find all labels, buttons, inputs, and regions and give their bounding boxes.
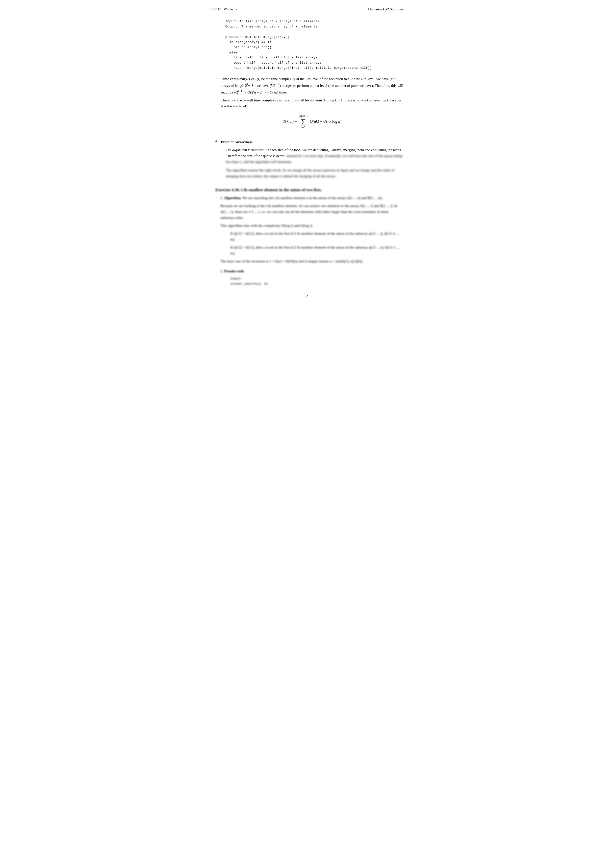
dash-symbol: – bbox=[221, 147, 226, 165]
blurred-subsection-correct: The algorithm returns the right result. … bbox=[226, 167, 404, 179]
section-3-paragraph-1: Time complexity. Let T(i) be the time co… bbox=[221, 75, 404, 95]
blurred-exercise-section: Exercise 4.30. i-th smallest element in … bbox=[210, 188, 404, 287]
blurred-subsection-2: 2. Pseudo-code. bbox=[220, 268, 404, 274]
exercise-heading: Exercise 4.30. i-th smallest element in … bbox=[215, 188, 404, 192]
blurred-paragraph-4: If a[i/2] < b[i/2], then a is not in the… bbox=[230, 231, 404, 242]
header-left: CSE 101 Winter 12 bbox=[210, 8, 238, 11]
section-3-paragraph-2: Therefore, the overall time complexity i… bbox=[221, 97, 404, 109]
section-3: 3. Time complexity. Let T(i) be the time… bbox=[210, 75, 404, 134]
blurred-paragraph-5: If a[i/2] > b[i/2], then a is not in the… bbox=[230, 244, 404, 256]
section-4: 4. Proof of correctness. – The algorithm… bbox=[210, 139, 404, 181]
sigma-symbol: ∑ bbox=[301, 118, 306, 125]
section-3-label: Time complexity. bbox=[221, 77, 248, 81]
page-header: CSE 101 Winter 12 Homework #2 Solutions bbox=[210, 8, 404, 13]
sum-symbol: log k−1 ∑ i=0 bbox=[299, 113, 308, 130]
blurred-paragraph-2: Because we are looking at the i-th small… bbox=[220, 203, 404, 221]
terminates-title: The algorithm terminates. bbox=[226, 148, 264, 152]
sum-lower-limit: i=0 bbox=[301, 125, 305, 130]
code-block-1: Input: An list arrays of k arrays of n e… bbox=[225, 19, 404, 71]
section-4-number: 4. bbox=[215, 139, 221, 181]
terminates-content: The algorithm terminates. At each step o… bbox=[226, 147, 404, 165]
blurred-paragraph-3: This algorithm runs with the complexity … bbox=[220, 223, 404, 229]
blurred-paragraph-6: The base case of the recursion is i = O(… bbox=[220, 258, 404, 264]
blurred-input: Input: linear_search(a, b) bbox=[230, 276, 404, 287]
section-3-number: 3. bbox=[215, 75, 221, 134]
math-formula: T(k, n) = log k−1 ∑ i=0 O(nk) = O(nk log… bbox=[221, 113, 404, 130]
blurred-paragraph-1: 1. Algorithm. We are searching the i-th … bbox=[220, 195, 404, 201]
page-number: 2 bbox=[210, 294, 404, 298]
section-4-label: Proof of correctness. bbox=[221, 140, 253, 144]
header-center: Homework #2 Solutions bbox=[368, 8, 404, 11]
subsection-terminates: – The algorithm terminates. At each step… bbox=[221, 147, 404, 165]
